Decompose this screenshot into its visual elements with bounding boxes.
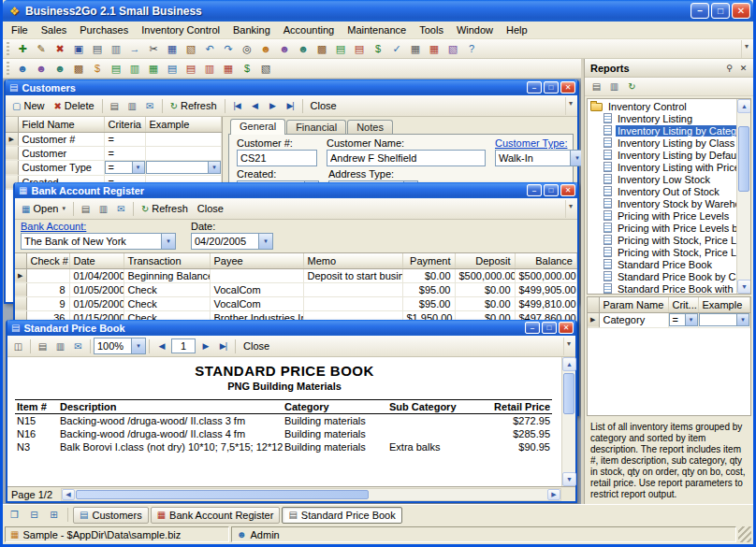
tab-financial[interactable]: Financial: [286, 120, 346, 135]
cell-memo[interactable]: [303, 296, 402, 310]
criteria-operator-cell[interactable]: = ▾: [104, 160, 145, 175]
grid-column-header[interactable]: Memo: [303, 253, 402, 268]
tree-scrollbar[interactable]: ▲ ▼: [736, 99, 750, 294]
customers-titlebar[interactable]: ▤ Customers – □ ✕: [6, 79, 577, 95]
grid-column-header[interactable]: Transaction: [124, 253, 210, 268]
bank-deposit-icon[interactable]: $: [239, 60, 255, 77]
cell-balance[interactable]: $499,810.00: [515, 296, 577, 310]
criteria-row[interactable]: Customer =: [6, 146, 222, 160]
employees-list-icon[interactable]: ☻: [51, 60, 68, 77]
close-button[interactable]: ✕: [560, 81, 575, 94]
preview-report-button[interactable]: ▥: [606, 79, 622, 94]
tab-general[interactable]: General: [230, 119, 285, 135]
cell-memo[interactable]: [303, 282, 402, 296]
maximize-button[interactable]: □: [711, 3, 730, 19]
scroll-right-icon[interactable]: ▶: [547, 489, 560, 500]
paste-icon[interactable]: ▧: [182, 40, 199, 57]
cell-transaction[interactable]: Beginning Balance: [124, 268, 210, 282]
maximize-button[interactable]: □: [544, 81, 559, 94]
report-tree-item[interactable]: Pricing with Price Levels: [588, 209, 736, 222]
param-operator-select[interactable]: = ▾: [669, 313, 698, 326]
close-panel-icon[interactable]: ✕: [736, 61, 750, 75]
toolbar-overflow-chevron[interactable]: ▾: [565, 200, 575, 218]
criteria-operator-cell[interactable]: =: [104, 146, 145, 160]
undo-icon[interactable]: ↶: [201, 40, 218, 57]
print-preview-button[interactable]: ▥: [52, 338, 68, 354]
export-icon[interactable]: →: [126, 40, 143, 57]
calculator-icon[interactable]: ▦: [407, 40, 424, 57]
inventory-icon[interactable]: ▩: [313, 40, 330, 57]
cell-deposit[interactable]: $500,000.00: [455, 268, 515, 282]
menu-window[interactable]: Window: [450, 22, 500, 37]
report-horizontal-scrollbar[interactable]: ◀ ▶: [61, 488, 561, 501]
last-page-button[interactable]: ▶|: [215, 338, 231, 354]
menu-sales[interactable]: Sales: [35, 22, 74, 37]
report-tree-item[interactable]: Inventory Listing with Price Levels: [588, 161, 736, 173]
close-window-button[interactable]: Close: [193, 202, 228, 215]
report-tree-item[interactable]: Inventory Listing by Default: [588, 149, 736, 161]
sales-order-icon[interactable]: ▥: [126, 60, 143, 77]
cell-payment[interactable]: $95.00: [402, 296, 455, 310]
param-example-select[interactable]: ▾: [699, 313, 750, 326]
dropdown-icon[interactable]: ▾: [131, 338, 145, 353]
open-button[interactable]: ▦ Open ▾: [17, 202, 70, 215]
scrollbar-thumb[interactable]: [563, 373, 574, 414]
cell-memo[interactable]: Deposit to start business: [303, 268, 402, 282]
reports-icon[interactable]: ▧: [444, 40, 461, 57]
report-vertical-scrollbar[interactable]: ▲ ▼: [561, 357, 575, 486]
report-tree-item[interactable]: Inventory Listing: [588, 112, 736, 124]
last-record-button[interactable]: ▶|: [283, 98, 298, 114]
report-tree-root[interactable]: Inventory Control: [588, 100, 736, 112]
print-button[interactable]: ▤: [78, 201, 94, 217]
dropdown-icon[interactable]: ▾: [736, 314, 749, 325]
param-example-cell[interactable]: ▾: [698, 312, 750, 327]
report-tree-item[interactable]: Inventory Stock by Warehouse: [588, 197, 736, 209]
invoice-icon[interactable]: ▦: [145, 60, 162, 77]
vendors-icon[interactable]: ☻: [276, 40, 293, 57]
taskbar-button-bank-register[interactable]: ▦ Bank Account Register: [151, 507, 281, 524]
cut-icon[interactable]: ✂: [145, 40, 162, 57]
edit-icon[interactable]: ✎: [33, 40, 50, 57]
criteria-example-cell[interactable]: [145, 146, 222, 160]
find-icon[interactable]: ◎: [239, 40, 255, 57]
new-record-button[interactable]: ▢ New: [7, 99, 49, 112]
scroll-up-icon[interactable]: ▲: [562, 357, 576, 371]
close-window-button[interactable]: Close: [239, 339, 274, 353]
cell-date[interactable]: 01/05/2000: [69, 296, 124, 310]
cell-check-no[interactable]: [26, 268, 69, 282]
dropdown-icon[interactable]: ▾: [132, 162, 144, 173]
journal-icon[interactable]: ▧: [257, 60, 274, 77]
menu-accounting[interactable]: Accounting: [277, 22, 341, 37]
delete-record-button[interactable]: ✖ Delete: [49, 99, 98, 112]
next-record-button[interactable]: ▶: [265, 98, 281, 114]
cell-payee[interactable]: VocalCom: [210, 296, 303, 310]
scrollbar-track[interactable]: [75, 489, 547, 500]
export-button[interactable]: ✉: [70, 338, 86, 354]
param-name-cell[interactable]: Category: [599, 312, 668, 327]
toolbar-overflow-chevron[interactable]: ▾: [741, 40, 751, 58]
report-tree-item[interactable]: Inventory Out of Stock: [588, 185, 736, 197]
scroll-up-icon[interactable]: ▲: [737, 99, 751, 113]
print-icon[interactable]: ▤: [89, 40, 106, 57]
previous-record-button[interactable]: ◀: [247, 98, 263, 114]
bank-account-select[interactable]: The Bank of New York ▾: [21, 233, 176, 250]
toolbar-overflow-chevron[interactable]: ▾: [563, 338, 574, 355]
param-row[interactable]: ▶ Category = ▾ ▾: [588, 312, 750, 327]
scrollbar-track[interactable]: [562, 371, 575, 472]
cell-payment[interactable]: $95.00: [402, 282, 455, 296]
zoom-select[interactable]: 100% ▾: [94, 338, 146, 354]
toolbar-grip[interactable]: [7, 42, 9, 55]
scroll-down-icon[interactable]: ▼: [562, 472, 576, 486]
scrollbar-thumb[interactable]: [738, 126, 749, 192]
sales-quote-icon[interactable]: ▤: [108, 60, 124, 77]
report-tree-item[interactable]: Standard Price Book by Category: [588, 270, 736, 282]
grid-column-header[interactable]: Date: [69, 253, 124, 268]
customers-list-icon[interactable]: ☻: [14, 60, 31, 77]
menu-help[interactable]: Help: [500, 22, 534, 37]
cell-deposit[interactable]: $0.00: [455, 296, 515, 310]
refresh-button[interactable]: ↻ Refresh: [137, 202, 193, 215]
purchase-quote-icon[interactable]: ▤: [182, 60, 199, 77]
dropdown-icon[interactable]: ▾: [161, 234, 175, 249]
dropdown-icon[interactable]: ▾: [570, 151, 581, 166]
reports-panel-header[interactable]: Reports ⚲ ✕: [585, 59, 753, 78]
